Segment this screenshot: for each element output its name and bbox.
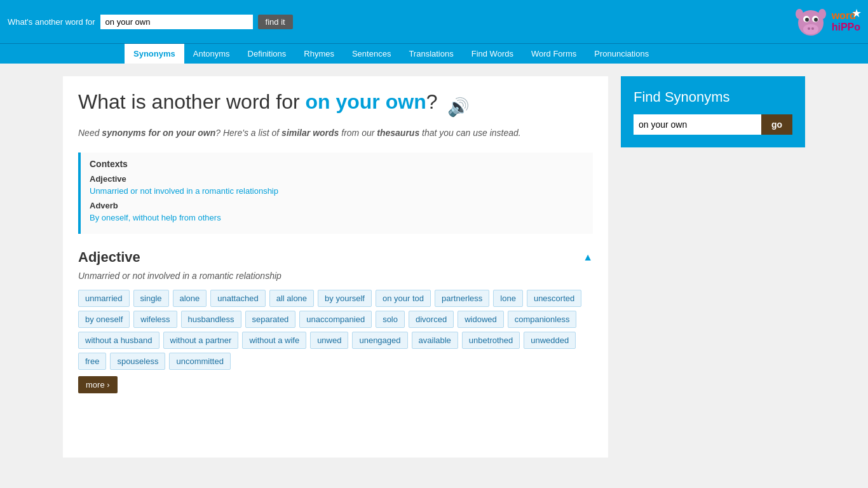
tag[interactable]: unattached (210, 290, 265, 307)
nav-find-words[interactable]: Find Words (463, 44, 522, 64)
find-button[interactable]: find it (258, 15, 293, 29)
collapse-arrow-icon[interactable]: ▲ (583, 252, 593, 263)
star-icon[interactable]: ★ (851, 6, 862, 20)
sidebar: Find Synonyms go (621, 76, 805, 458)
nav-synonyms[interactable]: Synonyms (125, 44, 184, 64)
contexts-box: Contexts Adjective Unmarried or not invo… (78, 152, 593, 234)
tag[interactable]: all alone (269, 290, 314, 307)
tag[interactable]: on your tod (376, 290, 431, 307)
find-synonyms-box: Find Synonyms go (621, 76, 805, 147)
adjective-heading: Adjective (78, 249, 140, 266)
page-title: What is another word for on your own? (78, 89, 437, 116)
tag[interactable]: without a wife (242, 332, 306, 349)
svg-point-9 (818, 9, 826, 19)
contexts-title: Contexts (90, 159, 584, 169)
tag[interactable]: without a partner (163, 332, 239, 349)
adjective-section: Adjective ▲ Unmarried or not involved in… (78, 249, 593, 393)
adjective-context-link[interactable]: Unmarried or not involved in a romantic … (90, 186, 584, 196)
more-button[interactable]: more › (78, 376, 118, 393)
tag[interactable]: unwed (310, 332, 348, 349)
find-synonyms-row: go (634, 114, 792, 135)
tag[interactable]: divorced (409, 311, 454, 328)
svg-point-8 (796, 9, 803, 19)
logo-hippo: hiPPo (832, 22, 860, 33)
tag[interactable]: widowed (458, 311, 504, 328)
tag[interactable]: unescorted (527, 290, 581, 307)
adjective-type-label: Adjective (90, 174, 584, 184)
tag[interactable]: uncommitted (169, 353, 230, 370)
tag[interactable]: spouseless (110, 353, 165, 370)
nav-word-forms[interactable]: Word Forms (522, 44, 585, 64)
nav: Synonyms Antonyms Definitions Rhymes Sen… (0, 43, 868, 64)
svg-point-4 (805, 18, 809, 22)
find-synonyms-input-wrap (634, 114, 761, 135)
nav-pronunciations[interactable]: Pronunciations (585, 44, 658, 64)
header: What's another word for find it word (0, 0, 868, 43)
main: What is another word for on your own? 🔊 … (53, 64, 815, 470)
svg-point-6 (808, 27, 810, 30)
tag[interactable]: unmarried (78, 290, 130, 307)
nav-antonyms[interactable]: Antonyms (184, 44, 239, 64)
nav-sentences[interactable]: Sentences (343, 44, 400, 64)
nav-translations[interactable]: Translations (400, 44, 462, 64)
tag[interactable]: available (412, 332, 458, 349)
adverb-type-label: Adverb (90, 201, 584, 210)
tag[interactable]: unengaged (352, 332, 407, 349)
adverb-context-link[interactable]: By oneself, without help from others (90, 213, 584, 222)
svg-point-7 (811, 27, 814, 30)
logo: word hiPPo (790, 5, 860, 38)
tag[interactable]: by oneself (78, 311, 130, 328)
sound-icon[interactable]: 🔊 (447, 97, 470, 118)
find-synonyms-title: Find Synonyms (634, 89, 792, 105)
nav-definitions[interactable]: Definitions (239, 44, 295, 64)
tag[interactable]: unwedded (524, 332, 576, 349)
adjective-subtitle: Unmarried or not involved in a romantic … (78, 271, 593, 281)
description: Need synonyms for on your own? Here's a … (78, 126, 593, 140)
tag[interactable]: alone (173, 290, 207, 307)
tag[interactable]: solo (376, 311, 405, 328)
tag[interactable]: lone (493, 290, 523, 307)
tag[interactable]: without a husband (78, 332, 159, 349)
svg-point-1 (803, 24, 818, 34)
svg-point-5 (814, 18, 818, 22)
tag[interactable]: separated (245, 311, 296, 328)
header-search-input[interactable] (100, 15, 253, 29)
content: What is another word for on your own? 🔊 … (63, 76, 608, 458)
title-suffix: ? (426, 90, 438, 113)
section-heading-row: Adjective ▲ (78, 249, 593, 266)
tag[interactable]: unaccompanied (299, 311, 372, 328)
tag[interactable]: husbandless (181, 311, 241, 328)
tag[interactable]: free (78, 353, 106, 370)
tag[interactable]: by yourself (318, 290, 372, 307)
find-synonyms-input[interactable] (634, 114, 761, 135)
tag[interactable]: wifeless (133, 311, 177, 328)
hippo-logo-image (790, 5, 832, 38)
title-prefix: What is another word for (78, 90, 300, 113)
go-button[interactable]: go (761, 114, 792, 135)
tag[interactable]: single (133, 290, 169, 307)
tag[interactable]: partnerless (435, 290, 489, 307)
tags-container: unmarriedsinglealoneunattachedall aloneb… (78, 290, 593, 370)
nav-rhymes[interactable]: Rhymes (295, 44, 343, 64)
tag[interactable]: companionless (508, 311, 577, 328)
title-highlight: on your own (305, 90, 426, 113)
title-row: What is another word for on your own? 🔊 (78, 89, 593, 126)
header-label: What's another word for (8, 17, 95, 27)
tag[interactable]: unbetrothed (462, 332, 520, 349)
